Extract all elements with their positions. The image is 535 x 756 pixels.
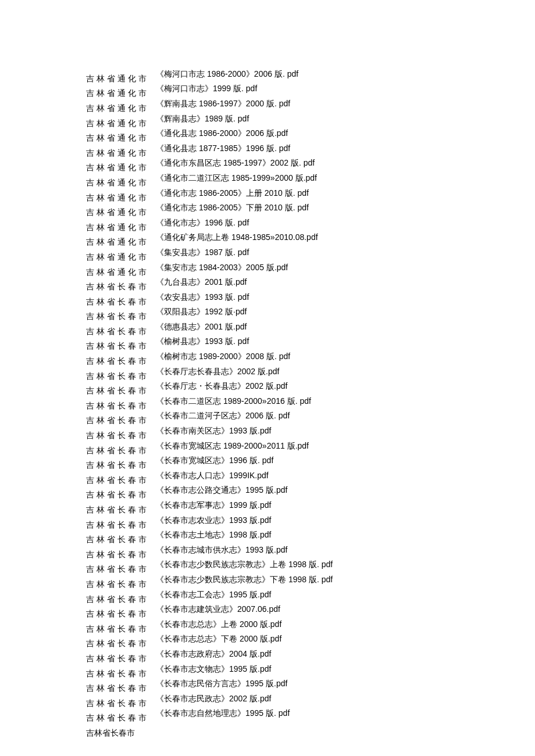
region-cell: 吉林省通化市 — [86, 71, 156, 87]
region-cell: 吉林省长春市 — [86, 547, 156, 562]
region-cell: 吉林省长春市 — [86, 339, 156, 354]
title-cell: 《通化县志 1877-1985》1996 版. pdf — [156, 141, 333, 156]
region-cell: 吉林省通化市 — [86, 265, 156, 280]
title-cell: 《长春市志工会志》1995 版.pdf — [156, 587, 333, 603]
region-cell: 吉林省长春市 — [86, 428, 156, 443]
title-cell: 《长春市志总志》上卷 2000 版.pdf — [156, 617, 333, 632]
title-cell: 《长春市宽城区志 1989-2000»2011 版.pdf — [156, 439, 333, 454]
region-cell: 吉林省长春市 — [86, 488, 156, 503]
title-cell: 《长春市宽城区志》1996 版. pdf — [156, 453, 333, 468]
title-cell: 《长春市志农业志》1993 版.pdf — [156, 513, 333, 528]
title-cell: 《长春市志政府志》2004 版.pdf — [156, 647, 333, 662]
title-cell: 《长春厅志长春县志》2002 版.pdf — [156, 364, 333, 379]
title-cell: 《榆树县志》1993 版. pdf — [156, 335, 333, 350]
region-cell: 吉林省长春市 — [86, 443, 156, 458]
region-cell: 吉林省通化市 — [86, 175, 156, 191]
title-cell: 《通化市志 1986-2005》下册 2010 版. pdf — [156, 200, 333, 216]
region-cell: 吉林省长春市 — [86, 607, 156, 622]
region-cell: 吉林省长春市 — [86, 369, 156, 384]
title-cell: 《长春市志民政志》2002 版.pdf — [156, 691, 333, 707]
region-cell: 吉林省长春市 — [86, 681, 156, 696]
title-cell: 《通化市二道江区志 1985-1999»2000 版.pdf — [156, 171, 333, 186]
region-cell: 吉林省长春市 — [86, 696, 156, 711]
title-cell: 《长春厅志・长春县志》2002 版.pdf — [156, 379, 333, 394]
region-cell: 吉林省通化市 — [86, 131, 156, 146]
title-cell: 《集安县志》1987 版. pdf — [156, 245, 333, 260]
title-cell: 《长春市志建筑业志》2007.06.pdf — [156, 602, 333, 617]
region-cell: 吉林省长春市 — [86, 414, 156, 429]
title-cell: 《通化市志 1986-2005》上册 2010 版. pdf — [156, 186, 333, 201]
title-cell: 《长春市二道河子区志》2006 版. pdf — [156, 409, 333, 424]
title-cell: 《农安县志》1993 版. pdf — [156, 290, 333, 305]
region-cell: 吉林省通化市 — [86, 87, 156, 102]
region-cell: 吉林省长春市 — [86, 458, 156, 473]
title-cell: 《通化市东昌区志 1985-1997》2002 版. pdf — [156, 156, 333, 171]
title-cell: 《长春市志少数民族志宗教志》下卷 1998 版. pdf — [156, 572, 333, 587]
title-cell: 《长春市志文物志》1995 版.pdf — [156, 662, 333, 677]
title-cell: 《双阳县志》1992 版·pdf — [156, 305, 333, 320]
region-cell: 吉林省长春市 — [86, 310, 156, 325]
region-cell: 吉林省长春市 — [86, 711, 156, 726]
two-column-layout: 吉林省通化市吉林省通化市吉林省通化市吉林省通化市吉林省通化市吉林省通化市吉林省通… — [86, 67, 535, 741]
region-cell: 吉林省通化市 — [86, 191, 156, 206]
region-cell: 吉林省长春市 — [86, 667, 156, 682]
region-cell: 吉林省长春市 — [86, 280, 156, 295]
title-cell: 《长春市志少数民族志宗教志》上卷 1998 版. pdf — [156, 558, 333, 573]
title-cell: 《长春市志土地志》1998 版.pdf — [156, 528, 333, 543]
region-cell: 吉林省长春市 — [86, 324, 156, 339]
title-cell: 《长春市南关区志》1993 版.pdf — [156, 424, 333, 439]
title-cell: 《通化县志 1986-2000》2006 版.pdf — [156, 126, 333, 141]
title-cell: 《梅河口市志 1986-2000》2006 版. pdf — [156, 67, 333, 82]
title-cell: 《长春市志总志》下卷 2000 版.pdf — [156, 632, 333, 647]
title-cell: 《长春市志人口志》1999IK.pdf — [156, 468, 333, 483]
region-cell: 吉林省长春市 — [86, 577, 156, 592]
title-cell: 《榆树市志 1989-2000》2008 版. pdf — [156, 349, 333, 364]
region-cell: 吉林省长春市 — [86, 473, 156, 488]
title-cell: 《集安市志 1984-2003》2005 版.pdf — [156, 260, 333, 275]
region-cell: 吉林省通化市 — [86, 250, 156, 265]
title-cell: 《长春市志公路交通志》1995 版.pdf — [156, 483, 333, 499]
title-cell: 《德惠县志》2001 版.pdf — [156, 320, 333, 335]
title-cell: 《长春市志军事志》1999 版.pdf — [156, 498, 333, 513]
title-column: 《梅河口市志 1986-2000》2006 版. pdf《梅河口市志》1999 … — [156, 67, 333, 736]
title-cell: 《梅河口市志》1999 版. pdf — [156, 82, 333, 97]
title-cell: 《长春市二道区志 1989-2000»2016 版. pdf — [156, 394, 333, 409]
title-cell: 《辉南县志 1986-1997》2000 版. pdf — [156, 96, 333, 112]
region-column: 吉林省通化市吉林省通化市吉林省通化市吉林省通化市吉林省通化市吉林省通化市吉林省通… — [86, 67, 156, 741]
region-cell: 吉林省长春市 — [86, 592, 156, 607]
title-cell: 《辉南县志》1989 版. pdf — [156, 112, 333, 127]
title-cell: 《九台县志》2001 版.pdf — [156, 275, 333, 290]
document-page: 吉林省通化市吉林省通化市吉林省通化市吉林省通化市吉林省通化市吉林省通化市吉林省通… — [0, 0, 535, 741]
region-cell: 吉林省长春市 — [86, 562, 156, 578]
region-cell: 吉林省长春市 — [86, 518, 156, 533]
title-cell: 《通化矿务局志上卷 1948-1985»2010.08.pdf — [156, 231, 333, 246]
region-cell: 吉林省长春市 — [86, 354, 156, 369]
region-cell: 吉林省通化市 — [86, 161, 156, 176]
title-cell: 《长春市志自然地理志》1995 版. pdf — [156, 707, 333, 722]
region-cell: 吉林省通化市 — [86, 235, 156, 250]
region-cell: 吉林省长春市 — [86, 399, 156, 414]
region-cell: 吉林省长春市 — [86, 726, 156, 741]
title-cell — [156, 721, 333, 736]
region-cell: 吉林省通化市 — [86, 146, 156, 161]
region-cell: 吉林省通化市 — [86, 116, 156, 131]
title-cell: 《通化市志》1996 版. pdf — [156, 216, 333, 231]
region-cell: 吉林省长春市 — [86, 503, 156, 518]
region-cell: 吉林省通化市 — [86, 205, 156, 220]
title-cell: 《长春市志民俗方言志》1995 版.pdf — [156, 676, 333, 691]
region-cell: 吉林省长春市 — [86, 532, 156, 547]
region-cell: 吉林省长春市 — [86, 637, 156, 652]
region-cell: 吉林省长春市 — [86, 651, 156, 667]
region-cell: 吉林省长春市 — [86, 384, 156, 399]
region-cell: 吉林省通化市 — [86, 220, 156, 235]
region-cell: 吉林省通化市 — [86, 101, 156, 116]
title-cell: 《长春市志城市供水志》1993 版.pdf — [156, 543, 333, 558]
region-cell: 吉林省长春市 — [86, 295, 156, 310]
region-cell: 吉林省长春市 — [86, 622, 156, 637]
